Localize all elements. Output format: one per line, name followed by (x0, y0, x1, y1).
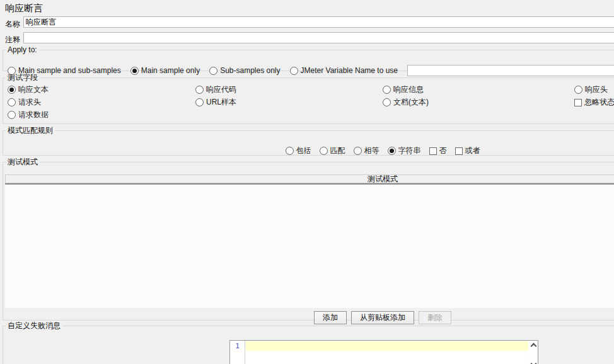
test-field-group: 测试字段 响应文本 请求头 请求数据 响应代码 URL样本 响应信息 文档(文本… (3, 74, 614, 124)
patterns-table-header-label: 测试模式 (368, 174, 398, 185)
test-field-legend: 测试字段 (6, 74, 40, 82)
radio-label: 请求数据 (18, 110, 49, 120)
radio-matches[interactable]: 匹配 (320, 145, 345, 156)
radio-icon (8, 98, 16, 106)
radio-response-code[interactable]: 响应代码 (195, 84, 236, 95)
scroll-down-icon[interactable] (531, 361, 536, 364)
comments-input[interactable] (23, 32, 614, 43)
radio-icon (8, 111, 16, 119)
checkbox-label: 或者 (465, 145, 480, 156)
patterns-legend: 测试模式 (6, 158, 40, 166)
radio-label: 匹配 (330, 145, 345, 156)
checkbox-or[interactable]: 或者 (455, 145, 480, 156)
radio-icon (286, 147, 294, 155)
failure-message-legend: 自定义失败消息 (6, 322, 62, 330)
radio-icon (354, 147, 362, 155)
radio-request-headers[interactable]: 请求头 (8, 97, 41, 108)
checkbox-icon (574, 99, 582, 106)
radio-label: URL样本 (206, 97, 236, 108)
radio-checked-icon (388, 147, 396, 155)
checkbox-icon (455, 147, 463, 155)
radio-icon (574, 86, 582, 94)
radio-request-data[interactable]: 请求数据 (8, 110, 49, 120)
apply-to-legend: Apply to: (6, 46, 39, 54)
pattern-rules-group: 模式匹配规则 包括 匹配 相等 字符串 否 (3, 127, 614, 156)
response-assertion-panel: 响应断言 名称： 注释： Apply to: Main sample and s… (0, 0, 614, 364)
radio-label: 响应头 (585, 84, 608, 95)
radio-label: 字符串 (398, 145, 421, 156)
radio-checked-icon (8, 86, 16, 94)
checkbox-not[interactable]: 否 (429, 145, 447, 156)
radio-response-headers[interactable]: 响应头 (574, 84, 608, 95)
radio-url-sample[interactable]: URL样本 (195, 97, 236, 108)
radio-label: 包括 (296, 145, 311, 156)
radio-icon (320, 147, 328, 155)
patterns-group: 测试模式 测试模式 添加 从剪贴板添加 删除 (3, 158, 614, 321)
editor-scrollbar[interactable] (529, 341, 538, 364)
pattern-rules-legend: 模式匹配规则 (6, 127, 55, 135)
checkbox-ignore-status[interactable]: 忽略状态 (574, 97, 614, 108)
page-title: 响应断言 (5, 3, 43, 14)
radio-contains[interactable]: 包括 (286, 145, 311, 156)
radio-label: 响应信息 (393, 84, 424, 95)
radio-icon (195, 86, 204, 94)
radio-icon (383, 86, 391, 94)
radio-response-message[interactable]: 响应信息 (383, 84, 424, 95)
patterns-table-body[interactable] (5, 185, 614, 308)
radio-icon (195, 98, 204, 106)
line-number: 1 (235, 342, 240, 350)
apply-to-group: Apply to: Main sample and sub-samples Ma… (3, 46, 614, 71)
radio-label: 响应代码 (206, 84, 236, 95)
radio-label: 响应文本 (18, 84, 49, 95)
failure-message-group: 自定义失败消息 1 (3, 322, 614, 364)
current-line-highlight (246, 341, 528, 351)
checkbox-label: 忽略状态 (584, 97, 614, 108)
radio-equals[interactable]: 相等 (354, 145, 379, 156)
radio-label: 相等 (364, 145, 379, 156)
pattern-rules-options: 包括 匹配 相等 字符串 否 或者 (3, 145, 614, 156)
radio-response-text[interactable]: 响应文本 (8, 84, 49, 95)
checkbox-label: 否 (439, 145, 447, 156)
name-input[interactable] (23, 16, 614, 28)
checkbox-icon (429, 147, 437, 155)
radio-label: 请求头 (18, 97, 41, 108)
line-number-gutter: 1 (230, 341, 245, 364)
scroll-up-icon[interactable] (531, 343, 536, 348)
radio-label: 文档(文本) (393, 97, 429, 108)
radio-icon (383, 98, 391, 106)
patterns-table-header[interactable]: 测试模式 (5, 174, 614, 183)
radio-document-text[interactable]: 文档(文本) (383, 97, 429, 108)
radio-substring[interactable]: 字符串 (388, 145, 421, 156)
failure-message-editor[interactable]: 1 (229, 340, 538, 364)
